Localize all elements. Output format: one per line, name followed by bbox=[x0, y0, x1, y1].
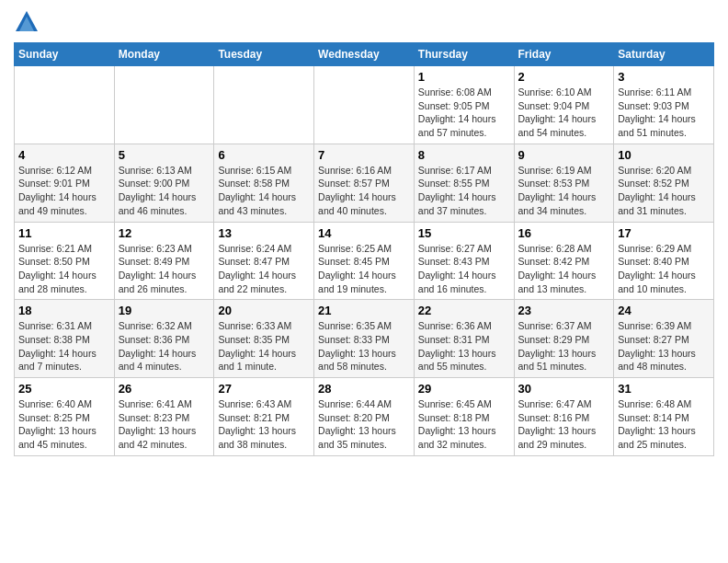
day-info: Sunrise: 6:37 AMSunset: 8:29 PMDaylight:… bbox=[518, 319, 610, 373]
calendar-week-row: 4Sunrise: 6:12 AMSunset: 9:01 PMDaylight… bbox=[15, 144, 714, 222]
day-info: Sunrise: 6:28 AMSunset: 8:42 PMDaylight:… bbox=[518, 242, 610, 296]
day-number: 3 bbox=[618, 70, 710, 84]
day-number: 4 bbox=[18, 148, 110, 162]
calendar-cell: 2Sunrise: 6:10 AMSunset: 9:04 PMDaylight… bbox=[514, 66, 614, 144]
day-info: Sunrise: 6:27 AMSunset: 8:43 PMDaylight:… bbox=[418, 242, 510, 296]
calendar-cell: 14Sunrise: 6:25 AMSunset: 8:45 PMDayligh… bbox=[314, 222, 415, 300]
calendar-cell: 10Sunrise: 6:20 AMSunset: 8:52 PMDayligh… bbox=[614, 144, 714, 222]
day-number: 11 bbox=[18, 226, 110, 240]
calendar-cell: 6Sunrise: 6:15 AMSunset: 8:58 PMDaylight… bbox=[214, 144, 314, 222]
calendar-cell bbox=[114, 66, 214, 144]
calendar-cell: 20Sunrise: 6:33 AMSunset: 8:35 PMDayligh… bbox=[214, 300, 314, 378]
day-info: Sunrise: 6:24 AMSunset: 8:47 PMDaylight:… bbox=[218, 242, 310, 296]
day-number: 8 bbox=[418, 148, 510, 162]
calendar-cell: 24Sunrise: 6:39 AMSunset: 8:27 PMDayligh… bbox=[614, 300, 714, 378]
calendar-cell: 31Sunrise: 6:48 AMSunset: 8:14 PMDayligh… bbox=[614, 378, 714, 456]
calendar-cell bbox=[15, 66, 115, 144]
calendar-cell: 29Sunrise: 6:45 AMSunset: 8:18 PMDayligh… bbox=[414, 378, 514, 456]
weekday-header: Thursday bbox=[414, 43, 514, 66]
page-header bbox=[14, 9, 714, 35]
calendar-cell: 11Sunrise: 6:21 AMSunset: 8:50 PMDayligh… bbox=[15, 222, 115, 300]
weekday-header: Monday bbox=[114, 43, 214, 66]
weekday-header: Sunday bbox=[15, 43, 115, 66]
calendar-week-row: 18Sunrise: 6:31 AMSunset: 8:38 PMDayligh… bbox=[15, 300, 714, 378]
day-info: Sunrise: 6:31 AMSunset: 8:38 PMDaylight:… bbox=[18, 319, 110, 373]
day-info: Sunrise: 6:16 AMSunset: 8:57 PMDaylight:… bbox=[318, 164, 410, 218]
day-info: Sunrise: 6:43 AMSunset: 8:21 PMDaylight:… bbox=[218, 397, 310, 452]
calendar-cell bbox=[214, 66, 314, 144]
day-number: 2 bbox=[518, 70, 610, 84]
day-number: 23 bbox=[518, 304, 610, 317]
calendar-cell: 9Sunrise: 6:19 AMSunset: 8:53 PMDaylight… bbox=[514, 144, 614, 222]
weekday-header: Tuesday bbox=[214, 43, 314, 66]
calendar-cell: 4Sunrise: 6:12 AMSunset: 9:01 PMDaylight… bbox=[15, 144, 115, 222]
calendar-cell: 7Sunrise: 6:16 AMSunset: 8:57 PMDaylight… bbox=[314, 144, 415, 222]
day-info: Sunrise: 6:29 AMSunset: 8:40 PMDaylight:… bbox=[618, 242, 710, 296]
day-info: Sunrise: 6:10 AMSunset: 9:04 PMDaylight:… bbox=[518, 86, 610, 140]
day-info: Sunrise: 6:25 AMSunset: 8:45 PMDaylight:… bbox=[318, 242, 410, 296]
calendar-cell bbox=[314, 66, 415, 144]
calendar-cell: 1Sunrise: 6:08 AMSunset: 9:05 PMDaylight… bbox=[414, 66, 514, 144]
day-info: Sunrise: 6:08 AMSunset: 9:05 PMDaylight:… bbox=[418, 86, 510, 140]
weekday-header: Saturday bbox=[614, 43, 714, 66]
calendar-cell: 12Sunrise: 6:23 AMSunset: 8:49 PMDayligh… bbox=[114, 222, 214, 300]
day-info: Sunrise: 6:33 AMSunset: 8:35 PMDaylight:… bbox=[218, 319, 310, 373]
day-info: Sunrise: 6:36 AMSunset: 8:31 PMDaylight:… bbox=[418, 319, 510, 373]
calendar-cell: 19Sunrise: 6:32 AMSunset: 8:36 PMDayligh… bbox=[114, 300, 214, 378]
day-info: Sunrise: 6:17 AMSunset: 8:55 PMDaylight:… bbox=[418, 164, 510, 218]
day-number: 20 bbox=[218, 304, 310, 317]
day-info: Sunrise: 6:15 AMSunset: 8:58 PMDaylight:… bbox=[218, 164, 310, 218]
calendar-cell: 27Sunrise: 6:43 AMSunset: 8:21 PMDayligh… bbox=[214, 378, 314, 456]
calendar-week-row: 11Sunrise: 6:21 AMSunset: 8:50 PMDayligh… bbox=[15, 222, 714, 300]
day-number: 12 bbox=[119, 226, 210, 240]
calendar-cell: 28Sunrise: 6:44 AMSunset: 8:20 PMDayligh… bbox=[314, 378, 415, 456]
day-number: 30 bbox=[518, 382, 610, 396]
calendar-cell: 17Sunrise: 6:29 AMSunset: 8:40 PMDayligh… bbox=[614, 222, 714, 300]
calendar-week-row: 1Sunrise: 6:08 AMSunset: 9:05 PMDaylight… bbox=[15, 66, 714, 144]
calendar-cell: 26Sunrise: 6:41 AMSunset: 8:23 PMDayligh… bbox=[114, 378, 214, 456]
day-number: 18 bbox=[18, 304, 110, 317]
day-number: 16 bbox=[518, 226, 610, 240]
day-info: Sunrise: 6:40 AMSunset: 8:25 PMDaylight:… bbox=[18, 397, 110, 452]
day-number: 15 bbox=[418, 226, 510, 240]
day-number: 19 bbox=[119, 304, 210, 317]
calendar-cell: 5Sunrise: 6:13 AMSunset: 9:00 PMDaylight… bbox=[114, 144, 214, 222]
day-number: 17 bbox=[618, 226, 710, 240]
day-number: 10 bbox=[618, 148, 710, 162]
calendar-week-row: 25Sunrise: 6:40 AMSunset: 8:25 PMDayligh… bbox=[15, 378, 714, 456]
calendar-cell: 30Sunrise: 6:47 AMSunset: 8:16 PMDayligh… bbox=[514, 378, 614, 456]
calendar-table: SundayMondayTuesdayWednesdayThursdayFrid… bbox=[14, 42, 714, 456]
calendar-cell: 25Sunrise: 6:40 AMSunset: 8:25 PMDayligh… bbox=[15, 378, 115, 456]
day-number: 5 bbox=[119, 148, 210, 162]
logo-icon bbox=[14, 9, 40, 35]
calendar-cell: 22Sunrise: 6:36 AMSunset: 8:31 PMDayligh… bbox=[414, 300, 514, 378]
header-row: SundayMondayTuesdayWednesdayThursdayFrid… bbox=[15, 43, 714, 66]
day-info: Sunrise: 6:21 AMSunset: 8:50 PMDaylight:… bbox=[18, 242, 110, 296]
day-info: Sunrise: 6:13 AMSunset: 9:00 PMDaylight:… bbox=[119, 164, 210, 218]
calendar-cell: 8Sunrise: 6:17 AMSunset: 8:55 PMDaylight… bbox=[414, 144, 514, 222]
day-number: 22 bbox=[418, 304, 510, 317]
day-number: 28 bbox=[318, 382, 410, 396]
logo bbox=[14, 9, 43, 35]
day-info: Sunrise: 6:12 AMSunset: 9:01 PMDaylight:… bbox=[18, 164, 110, 218]
day-info: Sunrise: 6:45 AMSunset: 8:18 PMDaylight:… bbox=[418, 397, 510, 452]
day-number: 9 bbox=[518, 148, 610, 162]
day-info: Sunrise: 6:32 AMSunset: 8:36 PMDaylight:… bbox=[119, 319, 210, 373]
day-number: 27 bbox=[218, 382, 310, 396]
weekday-header: Friday bbox=[514, 43, 614, 66]
day-info: Sunrise: 6:39 AMSunset: 8:27 PMDaylight:… bbox=[618, 319, 710, 373]
day-number: 7 bbox=[318, 148, 410, 162]
calendar-cell: 13Sunrise: 6:24 AMSunset: 8:47 PMDayligh… bbox=[214, 222, 314, 300]
day-info: Sunrise: 6:35 AMSunset: 8:33 PMDaylight:… bbox=[318, 319, 410, 373]
day-number: 13 bbox=[218, 226, 310, 240]
day-number: 1 bbox=[418, 70, 510, 84]
day-number: 21 bbox=[318, 304, 410, 317]
day-number: 25 bbox=[18, 382, 110, 396]
day-info: Sunrise: 6:23 AMSunset: 8:49 PMDaylight:… bbox=[119, 242, 210, 296]
day-info: Sunrise: 6:47 AMSunset: 8:16 PMDaylight:… bbox=[518, 397, 610, 452]
calendar-cell: 16Sunrise: 6:28 AMSunset: 8:42 PMDayligh… bbox=[514, 222, 614, 300]
calendar-cell: 3Sunrise: 6:11 AMSunset: 9:03 PMDaylight… bbox=[614, 66, 714, 144]
day-info: Sunrise: 6:41 AMSunset: 8:23 PMDaylight:… bbox=[119, 397, 210, 452]
day-number: 6 bbox=[218, 148, 310, 162]
day-number: 26 bbox=[119, 382, 210, 396]
